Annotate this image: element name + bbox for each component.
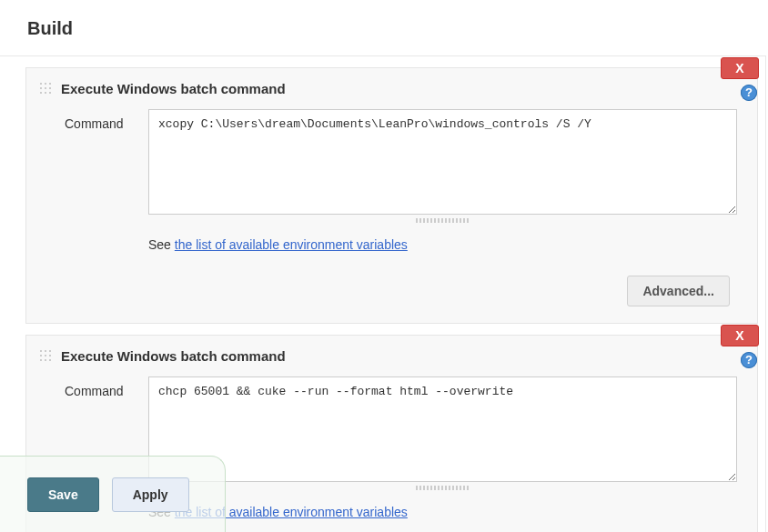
remove-step-button[interactable]: X — [721, 57, 759, 79]
resize-grip-icon[interactable] — [416, 486, 470, 490]
command-label: Command — [65, 109, 148, 223]
build-step: X ? Execute Windows batch command Comman… — [25, 67, 758, 324]
help-icon[interactable]: ? — [741, 352, 757, 368]
help-icon[interactable]: ? — [741, 85, 757, 101]
section-title: Build — [0, 0, 768, 55]
resize-grip-icon[interactable] — [416, 218, 470, 223]
step-title: Execute Windows batch command — [61, 81, 286, 96]
command-textarea[interactable] — [148, 109, 737, 215]
save-button[interactable]: Save — [27, 477, 99, 512]
drag-handle-icon[interactable] — [39, 349, 54, 364]
env-vars-hint: See the list of available environment va… — [39, 223, 744, 257]
step-title: Execute Windows batch command — [61, 348, 286, 364]
advanced-button[interactable]: Advanced... — [627, 276, 730, 306]
env-vars-link[interactable]: the list of available environment variab… — [175, 237, 408, 252]
apply-button[interactable]: Apply — [112, 477, 189, 512]
drag-handle-icon[interactable] — [39, 82, 54, 96]
hint-prefix: See — [148, 237, 175, 252]
command-textarea[interactable] — [148, 376, 737, 482]
remove-step-button[interactable]: X — [721, 325, 759, 346]
footer-action-bar: Save Apply — [0, 456, 226, 532]
